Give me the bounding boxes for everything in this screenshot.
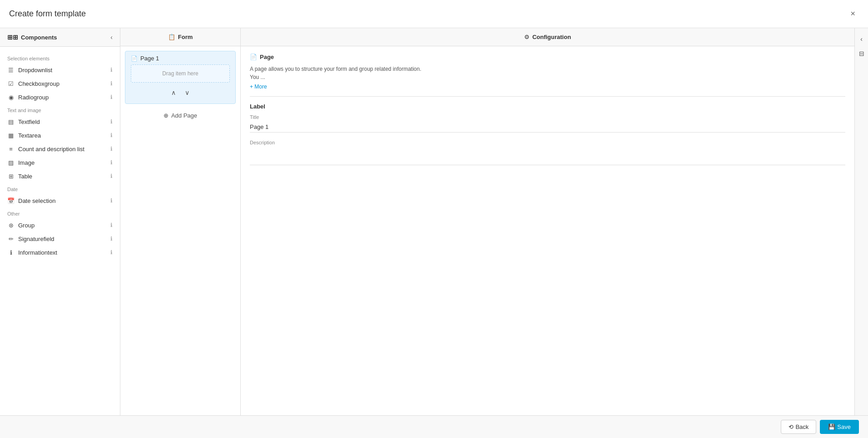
more-link[interactable]: + More <box>250 84 267 90</box>
bottom-bar: ⟲ Back 💾 Save <box>0 415 868 438</box>
description-textarea[interactable] <box>250 147 845 165</box>
back-button[interactable]: ⟲ Back <box>781 420 816 434</box>
info-icon-table[interactable]: ℹ <box>110 173 113 179</box>
component-textarea[interactable]: ▦ Textarea ℹ <box>0 128 120 142</box>
config-divider-1 <box>250 96 845 97</box>
form-panel: 📋 Form 📄 Page 1 Drag item here ∧ ∨ <box>120 28 241 415</box>
save-icon: 💾 <box>828 423 835 430</box>
far-right-panel: ‹ ⊟ <box>854 28 868 415</box>
component-group[interactable]: ⊛ Group ℹ <box>0 218 120 232</box>
panel-collapse-button[interactable]: ‹ <box>858 34 864 44</box>
info-icon-signature[interactable]: ℹ <box>110 236 113 242</box>
puzzle-icon: ⊞ <box>7 34 18 41</box>
component-radiogroup[interactable]: ◉ Radiogroup ℹ <box>0 90 120 104</box>
form-pages-area: 📄 Page 1 Drag item here ∧ ∨ ⊕ Add Page <box>120 46 240 415</box>
signature-icon: ✏ <box>7 235 15 242</box>
textfield-icon: ▤ <box>7 118 15 125</box>
info-icon-informationtext[interactable]: ℹ <box>110 249 113 256</box>
drag-drop-area[interactable]: Drag item here <box>131 64 230 83</box>
component-countlist[interactable]: ≡ Count and description list ℹ <box>0 142 120 156</box>
main-content: ⊞ Components ‹ Selection elements ☰ Drop… <box>0 28 868 415</box>
close-button[interactable]: × <box>847 7 859 20</box>
save-button[interactable]: 💾 Save <box>820 420 859 434</box>
section-label-other: Other <box>0 207 120 218</box>
info-icon-date[interactable]: ℹ <box>110 197 113 204</box>
infotext-icon: ℹ <box>7 249 15 256</box>
section-label-date: Date <box>0 183 120 194</box>
page-down-button[interactable]: ∨ <box>182 88 192 97</box>
config-panel-header: ⚙ Configuration <box>241 28 854 46</box>
form-panel-header: 📋 Form <box>120 28 240 46</box>
checkbox-icon: ☑ <box>7 80 15 87</box>
component-signaturefield[interactable]: ✏ Signaturefield ℹ <box>0 232 120 246</box>
group-icon: ⊛ <box>7 221 15 229</box>
config-page-icon: 📄 <box>250 54 257 60</box>
info-icon-textarea[interactable]: ℹ <box>110 132 113 138</box>
config-page-section-title: 📄 Page <box>250 54 845 60</box>
info-icon-textfield[interactable]: ℹ <box>110 118 113 125</box>
component-checkboxgroup[interactable]: ☑ Checkboxgroup ℹ <box>0 77 120 90</box>
components-list: Selection elements ☰ Dropdownlist ℹ ☑ Ch… <box>0 47 120 415</box>
component-informationtext[interactable]: ℹ Informationtext ℹ <box>0 246 120 259</box>
components-panel-title: ⊞ Components <box>7 34 57 41</box>
add-page-button[interactable]: ⊕ Add Page <box>125 108 236 123</box>
title-field: Title <box>250 114 845 133</box>
dropdown-icon: ☰ <box>7 66 15 74</box>
component-image[interactable]: ▨ Image ℹ <box>0 156 120 169</box>
textarea-icon: ▦ <box>7 132 15 139</box>
date-icon: 📅 <box>7 197 15 204</box>
components-panel: ⊞ Components ‹ Selection elements ☰ Drop… <box>0 28 120 415</box>
description-field: Description <box>250 140 845 167</box>
info-icon-image[interactable]: ℹ <box>110 159 113 166</box>
page-up-button[interactable]: ∧ <box>169 88 179 97</box>
info-icon-countlist[interactable]: ℹ <box>110 146 113 152</box>
section-label-text: Text and image <box>0 104 120 115</box>
back-icon: ⟲ <box>789 423 794 430</box>
panel-expand-button[interactable]: ⊟ <box>857 48 866 59</box>
component-date-selection[interactable]: 📅 Date selection ℹ <box>0 194 120 207</box>
config-gear-icon: ⚙ <box>524 34 530 40</box>
table-icon: ⊞ <box>7 172 15 180</box>
image-icon: ▨ <box>7 159 15 166</box>
config-panel: ⚙ Configuration 📄 Page A page allows you… <box>241 28 854 415</box>
app-header: Create form template × <box>0 0 868 28</box>
config-label-section-title: Label <box>250 103 845 110</box>
component-textfield[interactable]: ▤ Textfield ℹ <box>0 115 120 128</box>
section-label-selection: Selection elements <box>0 52 120 63</box>
title-input[interactable] <box>250 122 845 133</box>
info-icon-radio[interactable]: ℹ <box>110 94 113 100</box>
page-arrows: ∧ ∨ <box>131 85 230 100</box>
countlist-icon: ≡ <box>7 145 15 153</box>
description-field-label: Description <box>250 140 845 145</box>
page-title: Create form template <box>9 9 86 19</box>
radio-icon: ◉ <box>7 94 15 101</box>
info-icon-checkbox[interactable]: ℹ <box>110 80 113 87</box>
component-dropdownlist[interactable]: ☰ Dropdownlist ℹ <box>0 63 120 77</box>
info-icon-dropdown[interactable]: ℹ <box>110 67 113 73</box>
add-page-icon: ⊕ <box>164 112 169 119</box>
config-content: 📄 Page A page allows you to structure yo… <box>241 46 854 415</box>
config-page-description: A page allows you to structure your form… <box>250 65 845 81</box>
title-field-label: Title <box>250 114 845 120</box>
component-table[interactable]: ⊞ Table ℹ <box>0 169 120 183</box>
page-item-1[interactable]: 📄 Page 1 Drag item here ∧ ∨ <box>125 51 236 104</box>
page-item-icon: 📄 <box>131 55 138 62</box>
form-icon: 📋 <box>168 34 175 40</box>
components-panel-toggle[interactable]: ‹ <box>110 34 113 41</box>
info-icon-group[interactable]: ℹ <box>110 222 113 228</box>
components-panel-header: ⊞ Components ‹ <box>0 28 120 47</box>
